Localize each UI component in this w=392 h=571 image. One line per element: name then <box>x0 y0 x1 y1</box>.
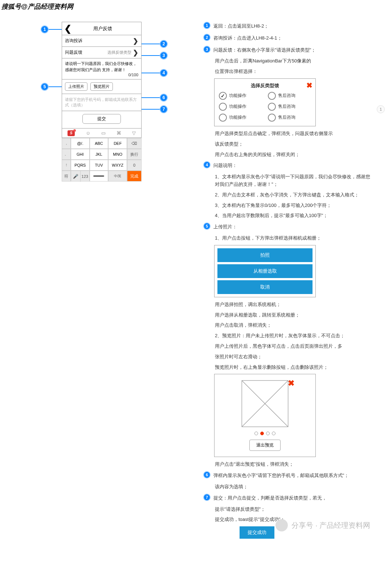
keyboard-toolbar: S ☺ ▭ ⌘ ▽ <box>62 129 142 138</box>
radio-icon <box>268 92 276 100</box>
footer-watermark-text: 分享号 · 产品经理资料网 <box>291 521 370 530</box>
key[interactable]: TUV <box>90 160 109 171</box>
dot-icon[interactable] <box>266 432 270 435</box>
dot-icon[interactable] <box>254 432 258 435</box>
annotation-text: 问题反馈：右侧灰色小字显示"请选择反馈类型"； <box>213 46 316 54</box>
annotation-text: 该内容为选填； <box>215 483 374 491</box>
sogou-ime-icon[interactable]: S <box>68 130 75 136</box>
radio-option[interactable]: 售后咨询 <box>268 92 311 100</box>
key[interactable]: @/. <box>71 138 90 149</box>
watermark: 搜狐号@产品经理资料网 <box>1 2 73 11</box>
callout-line <box>142 73 160 73</box>
callout-6: 6 <box>160 94 168 102</box>
close-icon[interactable]: ✖ <box>306 81 313 90</box>
description-textarea[interactable]: 请说明一下问题原因，我们会尽快修改，感谢您对我们产品的 支持，谢谢！ 0/100 <box>62 58 142 79</box>
annotation-text: 张照片时可左右滑动； <box>215 353 374 361</box>
footer-watermark: 分享号 · 产品经理资料网 <box>275 519 370 531</box>
123-key[interactable]: 123 <box>80 171 89 182</box>
space-key[interactable] <box>90 171 109 182</box>
radio-label: 售后咨询 <box>278 93 295 99</box>
annotation-text: 用户点击取消，弹框消失； <box>215 322 374 329</box>
annotation-text: 用户选择类型后点击确定，弹框消失，问题反馈右侧显示 <box>215 130 374 138</box>
radio-label: 售后咨询 <box>278 114 295 121</box>
callout-line <box>142 97 160 98</box>
mic-key[interactable]: 🎤 <box>71 171 80 182</box>
emoji-icon[interactable]: ☺ <box>86 130 90 136</box>
mockup-column: 1 2 3 4 5 6 7 ❮ 用户反馈 咨询投诉 ❯ 问题反馈 选择 <box>15 22 167 539</box>
upload-photo-button[interactable]: 上传照片 <box>65 82 87 91</box>
pagination-dots <box>254 432 275 435</box>
card-icon[interactable]: ▭ <box>101 130 106 136</box>
radio-option[interactable]: 售后咨询 <box>268 114 311 122</box>
key[interactable]: JKL <box>90 149 109 160</box>
annotation-text: 用户点击后，距离NavigationBar下方50像素的 <box>215 57 374 65</box>
cancel-button[interactable]: 取消 <box>217 280 313 294</box>
radio-label: 功能操作 <box>229 93 246 99</box>
contact-input[interactable]: 请留下您的手机号码，邮箱或其他联系方式（选填） <box>62 94 142 111</box>
album-button[interactable]: 从相册选取 <box>217 264 313 278</box>
key[interactable]: 0 <box>127 160 142 171</box>
annotation-text: 提交：用户点击提交，判断是否选择反馈类型，若无， <box>213 494 327 502</box>
key[interactable]: PQRS <box>71 160 90 171</box>
callout-4: 4 <box>160 69 168 77</box>
key[interactable]: ， <box>62 138 71 149</box>
annotation-number: 7 <box>203 494 211 501</box>
submit-button[interactable]: 提交 <box>82 114 121 124</box>
backspace-key[interactable]: ⌫ <box>127 138 142 149</box>
annotation-text: 用户选择拍照，调出系统相机； <box>215 301 374 309</box>
camera-button[interactable]: 拍照 <box>217 248 313 262</box>
radio-icon <box>268 103 276 111</box>
key[interactable]: ！ <box>62 160 71 171</box>
done-key[interactable]: 完成 <box>127 171 142 182</box>
annotation-2: 2 咨询投诉：点击进入LH8-2-4-1； <box>203 34 374 42</box>
radio-option[interactable]: 功能操作 <box>219 114 262 122</box>
textarea-placeholder: 请说明一下问题原因，我们会尽快修改，感谢您对我们产品的 支持，谢谢！ <box>65 61 137 72</box>
radio-option[interactable]: 功能操作 <box>219 92 262 100</box>
annotation-text: 预览照片时，右上角显示删除按钮，点击删除该照片； <box>215 364 374 371</box>
callout-line <box>49 29 63 30</box>
exit-preview-button[interactable]: 退出预览 <box>249 440 281 451</box>
lang-key[interactable]: 中/英 <box>108 171 127 182</box>
feedback-type-row[interactable]: 问题反馈 选择反馈类型 ❯ <box>62 46 142 58</box>
key[interactable]: GHI <box>71 149 90 160</box>
dot-active-icon[interactable] <box>260 432 264 435</box>
keyboard-grid: ， @/. ABC DEF ⌫ 。 GHI JKL MNO 换行 ！ PQRS … <box>62 138 142 182</box>
photo-buttons-row: 上传照片 预览照片 <box>62 79 142 94</box>
annotation-text: 用户选择从相册选取，跳转至系统相册； <box>215 311 374 319</box>
consult-complaint-row[interactable]: 咨询投诉 ❯ <box>62 35 142 46</box>
key[interactable]: ABC <box>90 138 109 149</box>
annotation-number: 2 <box>203 34 211 41</box>
radio-option[interactable]: 售后咨询 <box>268 103 311 111</box>
type-selection-popup: 选择反类型馈 ✖ 功能操作 售后咨询 功能操作 售后咨询 功能操作 售后咨询 <box>214 78 316 126</box>
preview-photo-button[interactable]: 预览照片 <box>90 82 113 91</box>
key[interactable]: 。 <box>62 149 71 160</box>
key[interactable]: DEF <box>108 138 127 149</box>
key[interactable]: WXYZ <box>108 160 127 171</box>
annotation-text: 2、用户点击文本框，灰色小字消失，下方弹出键盘，文本输入格式； <box>215 191 374 199</box>
keyboard: S ☺ ▭ ⌘ ▽ ， @/. ABC DEF ⌫ 。 GHI JKL MNO … <box>62 129 142 182</box>
callout-5: 5 <box>41 83 49 91</box>
radio-icon <box>219 114 227 122</box>
annotation-number: 3 <box>203 46 211 53</box>
key-group: 🎤 123 <box>71 171 90 182</box>
delete-icon[interactable]: ✖ <box>288 379 294 388</box>
feedback-form-mockup: ❮ 用户反馈 咨询投诉 ❯ 问题反馈 选择反馈类型 ❯ 请说明一下问题原因，我们… <box>62 22 142 129</box>
key[interactable]: MNO <box>108 149 127 160</box>
annotation-text: 用户点击右上角的关闭按钮，弹框关闭； <box>215 151 374 159</box>
annotation-text: 该反馈类型； <box>215 140 374 148</box>
image-placeholder <box>241 380 289 427</box>
radio-option[interactable]: 功能操作 <box>219 103 262 111</box>
back-icon[interactable]: ❮ <box>64 24 72 33</box>
row-label: 问题反馈 <box>65 49 82 56</box>
newline-key[interactable]: 换行 <box>127 149 142 160</box>
photo-action-sheet: 拍照 从相册选取 取消 <box>214 245 316 297</box>
radio-label: 功能操作 <box>229 103 246 110</box>
chevron-right-icon: ❯ <box>133 49 138 57</box>
contact-placeholder: 请留下您的手机号码，邮箱或其他联系方式（选填） <box>65 97 137 107</box>
clover-icon[interactable]: ⌘ <box>117 130 121 136</box>
row-hint: 选择反馈类型 <box>107 50 131 55</box>
dot-icon[interactable] <box>272 432 275 435</box>
symbol-key[interactable]: 符 <box>62 171 71 182</box>
collapse-icon[interactable]: ▽ <box>132 130 136 136</box>
nav-bar: ❮ 用户反馈 <box>62 22 142 35</box>
